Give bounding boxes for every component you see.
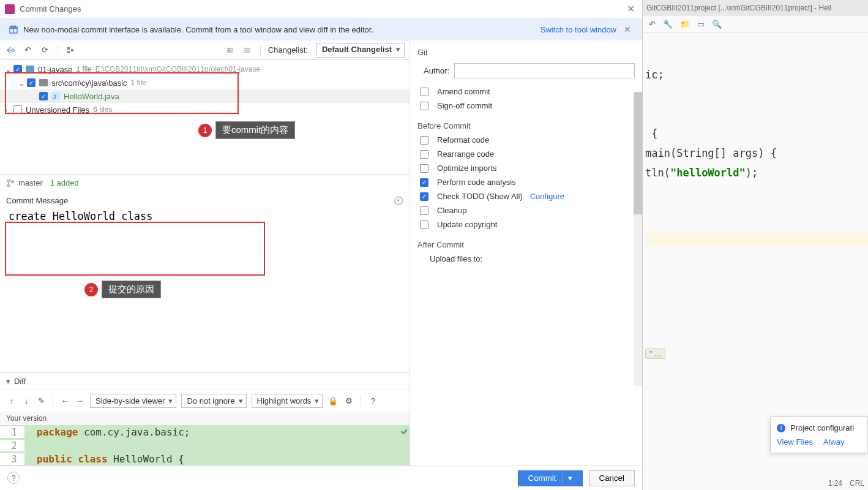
added-count: 1 added — [50, 178, 79, 187]
help-button[interactable]: ? — [7, 472, 20, 484]
changes-tree: ⌄ 01-javase 1 file E:\CGB2011III\xm\GitC… — [0, 60, 410, 119]
annotation-1: 1 要commit的内容 — [198, 121, 295, 139]
root-checkbox[interactable] — [13, 65, 22, 74]
show-diff-icon[interactable] — [5, 45, 16, 56]
code-line: 1package com.cy.java.basic; — [0, 425, 410, 439]
dialog-title: Commit Changes — [20, 4, 624, 13]
switch-tool-window-link[interactable]: Switch to tool window — [541, 25, 616, 34]
folder-icon — [39, 79, 48, 86]
next-file-icon[interactable]: → — [74, 396, 85, 407]
titlebar: Commit Changes ✕ — [0, 0, 642, 18]
amend-checkbox[interactable] — [420, 88, 428, 96]
search-icon[interactable]: 🔍 — [712, 20, 722, 29]
reformat-checkbox[interactable] — [420, 136, 428, 145]
git-section-title: Git — [417, 48, 635, 57]
refresh-icon[interactable]: ⟳ — [39, 45, 50, 56]
chevron-down-icon[interactable]: ▾ — [6, 377, 10, 386]
optimize-checkbox[interactable] — [420, 164, 428, 173]
file-checkbox[interactable] — [39, 92, 48, 100]
prev-file-icon[interactable]: ← — [59, 396, 70, 407]
java-file-icon: J — [51, 92, 60, 100]
configure-link[interactable]: Configure — [530, 192, 564, 201]
folder-checkbox[interactable] — [27, 78, 36, 87]
rearrange-checkbox[interactable] — [420, 150, 428, 159]
changelist-select[interactable]: Default Changelist — [316, 43, 405, 58]
tree-file[interactable]: J HelloWorld.java — [0, 89, 410, 103]
cancel-button[interactable]: Cancel — [589, 470, 635, 486]
view-files-link[interactable]: View Files — [777, 437, 813, 447]
right-panel: Git Author: Amend commit Sign-off commit… — [410, 40, 642, 466]
gear-icon[interactable]: ⚙ — [343, 396, 354, 407]
signoff-label: Sign-off commit — [437, 101, 492, 110]
background-toolbar: ↶ 🔧 📁 ▭ 🔍 — [643, 16, 868, 33]
undo-icon[interactable]: ↶ — [649, 20, 656, 29]
notice-close-icon[interactable]: ✕ — [621, 24, 634, 34]
author-label: Author: — [417, 66, 454, 75]
commit-button[interactable]: Commit▾ — [518, 470, 583, 486]
chevron-right-icon[interactable]: › — [5, 105, 13, 115]
background-code: ic; { main(String[] args) { tln("helloWo… — [643, 33, 868, 202]
notice-text: New non-modal commit interface is availa… — [23, 25, 541, 34]
analysis-checkbox[interactable] — [420, 178, 428, 187]
next-diff-icon[interactable]: ↓ — [21, 396, 32, 407]
diff-toolbar: ↑ ↓ ✎ ← → Side-by-side viewer Do not ign… — [0, 390, 410, 412]
tree-root[interactable]: ⌄ 01-javase 1 file E:\CGB2011III\xm\GitC… — [0, 62, 410, 76]
edit-source-icon[interactable]: ✎ — [36, 396, 47, 407]
author-input[interactable] — [454, 63, 635, 78]
presentation-icon[interactable]: ▭ — [697, 20, 705, 29]
signoff-checkbox[interactable] — [420, 102, 428, 110]
notice-banner: New non-modal commit interface is availa… — [0, 18, 642, 40]
prev-diff-icon[interactable]: ↑ — [6, 396, 17, 407]
revert-icon[interactable]: ↶ — [22, 45, 33, 56]
commit-message-input[interactable] — [6, 208, 403, 330]
viewer-select[interactable]: Side-by-side viewer — [90, 394, 176, 408]
changes-toolbar: ↶ ⟳ Changelist: Default Changelist — [0, 40, 410, 60]
tree-folder[interactable]: ⌄ src\com\cy\java\basic 1 file — [0, 76, 410, 89]
expand-icon[interactable] — [225, 45, 236, 56]
scrollbar-thumb[interactable] — [634, 92, 642, 214]
history-icon[interactable]: 🕘 — [394, 196, 403, 205]
code-line: 3public class HelloWorld { — [0, 452, 410, 466]
close-icon[interactable]: ✕ — [624, 3, 637, 15]
branch-name: master — [18, 178, 43, 187]
module-icon — [26, 66, 34, 73]
wrench-icon[interactable]: 🔧 — [663, 20, 673, 29]
branch-icon — [6, 179, 15, 187]
commit-dropdown-icon[interactable]: ▾ — [563, 473, 572, 483]
chevron-down-icon[interactable]: ⌄ — [18, 78, 27, 88]
background-title: GitCGBIII2011project [...\xm\GitCGBIII20… — [643, 0, 868, 16]
svg-text:J: J — [53, 94, 56, 100]
help-diff-icon[interactable]: ? — [367, 396, 378, 407]
highlight-select[interactable]: Highlight words — [252, 394, 323, 408]
cleanup-checkbox[interactable] — [420, 206, 428, 215]
always-link[interactable]: Alway — [823, 437, 845, 447]
annotation-2: 2 提交的原因 — [84, 281, 161, 298]
copyright-checkbox[interactable] — [420, 221, 428, 229]
svg-point-3 — [12, 49, 14, 51]
scrollbar[interactable] — [634, 92, 642, 386]
ignore-select[interactable]: Do not ignore — [181, 394, 246, 408]
folded-region[interactable]: " ... — [645, 349, 665, 358]
chevron-down-icon[interactable]: ⌄ — [5, 65, 13, 74]
todo-checkbox[interactable] — [420, 192, 428, 201]
diff-header[interactable]: ▾ Diff — [0, 372, 410, 390]
group-icon[interactable] — [65, 45, 77, 56]
svg-point-10 — [7, 184, 10, 187]
tree-unversioned[interactable]: › Unversioned Files 6 files — [0, 103, 410, 116]
amend-label: Amend commit — [437, 87, 490, 96]
svg-rect-6 — [71, 49, 73, 51]
folder-nav-icon[interactable]: 📁 — [680, 20, 690, 29]
collapse-icon[interactable] — [242, 45, 253, 56]
upload-label: Upload files to: — [430, 254, 482, 263]
highlight-line — [645, 233, 868, 246]
lock-icon[interactable]: 🔒 — [327, 396, 339, 407]
info-icon: i — [777, 424, 785, 432]
your-version-label: Your version — [0, 412, 410, 425]
unversioned-checkbox[interactable] — [13, 105, 22, 114]
buttons-bar: ? Commit▾ Cancel — [0, 466, 642, 490]
status-bar: 1:24 CRL — [828, 479, 864, 488]
commit-msg-header: Commit Message 🕘 — [0, 191, 410, 208]
diff-label: Diff — [14, 377, 26, 386]
gift-icon — [9, 24, 18, 34]
commit-msg-area — [6, 208, 403, 368]
